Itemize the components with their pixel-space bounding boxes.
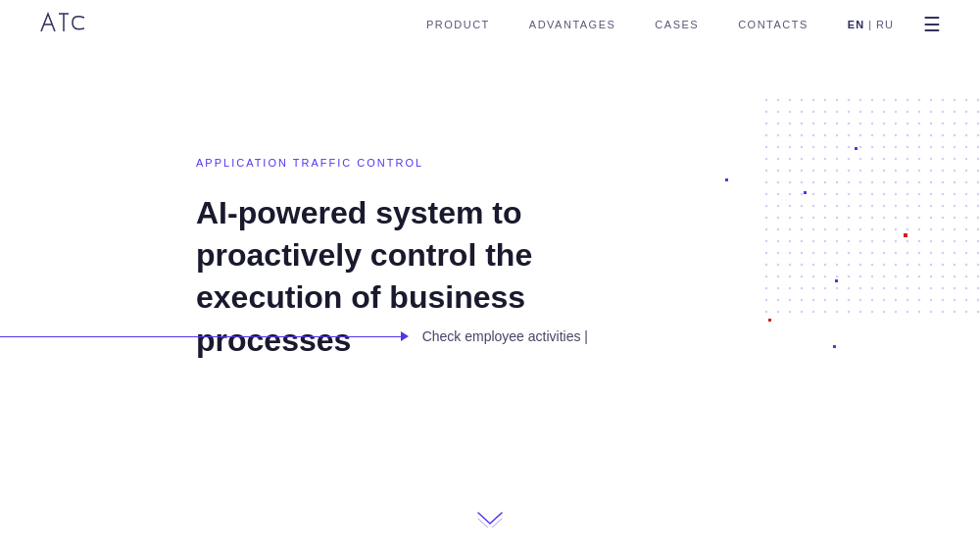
scatter-dot-4 [904,233,907,237]
scatter-dot-1 [725,178,728,181]
cta-section: Check employee activities | [0,328,588,344]
lang-separator: | [864,19,876,30]
scatter-dot-5 [835,279,838,282]
nav-cases[interactable]: CASES [655,19,699,30]
hero-section: APPLICATION TRAFFIC CONTROL AI-powered s… [196,157,686,411]
main-nav: PRODUCT ADVANTAGES CASES CONTACTS [426,19,808,30]
header: PRODUCT ADVANTAGES CASES CONTACTS EN | R… [0,0,980,49]
cta-text[interactable]: Check employee activities | [422,328,588,344]
language-switcher[interactable]: EN | RU [848,19,894,30]
scatter-dot-7 [833,345,836,348]
decorative-dots [706,98,980,373]
hamburger-icon: ☰ [923,13,941,36]
scatter-dot-6 [768,319,771,322]
scroll-down-chevron[interactable] [475,508,505,527]
nav-contacts[interactable]: CONTACTS [738,19,808,30]
cta-line-bar [0,336,403,337]
scatter-dot-3 [855,147,858,150]
hamburger-menu[interactable]: ☰ [923,13,941,36]
nav-advantages[interactable]: ADVANTAGES [529,19,616,30]
lang-ru[interactable]: RU [876,19,894,30]
logo[interactable] [39,8,98,41]
svg-rect-1 [764,98,980,314]
nav-product[interactable]: PRODUCT [426,19,490,30]
lang-en[interactable]: EN [848,19,864,30]
hero-subtitle: APPLICATION TRAFFIC CONTROL [196,157,686,169]
scatter-dot-2 [804,191,807,194]
